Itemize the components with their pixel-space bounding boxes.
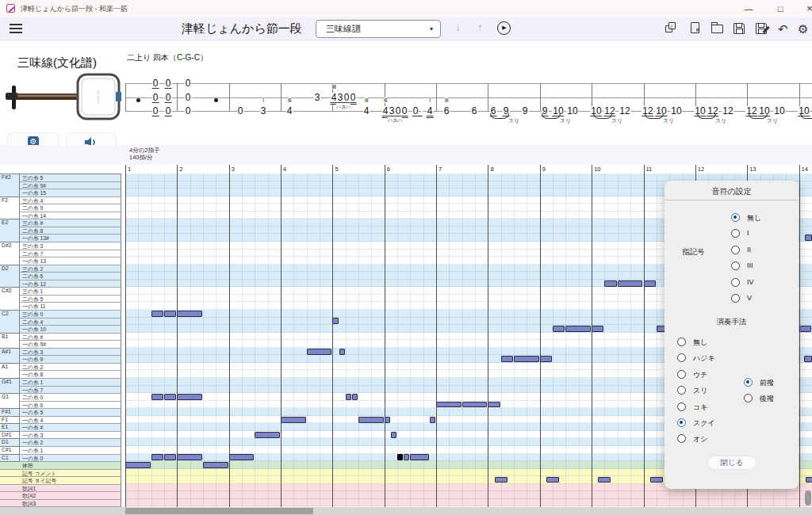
radio-icon[interactable]: [731, 246, 740, 254]
tab-note-number[interactable]: 12: [619, 106, 630, 116]
radio-option-スクイ[interactable]: スクイ: [665, 418, 799, 429]
tie-mark[interactable]: [650, 477, 663, 483]
note[interactable]: [177, 311, 202, 317]
horizontal-scrollbar[interactable]: [0, 507, 812, 515]
radio-selected-icon[interactable]: [677, 418, 686, 427]
note[interactable]: [164, 394, 176, 400]
radio-option-オシ[interactable]: オシ: [665, 433, 799, 444]
tie-mark[interactable]: [598, 477, 611, 483]
tab-note-number[interactable]: 6: [471, 106, 478, 116]
tab-note-number[interactable]: 0: [165, 78, 172, 89]
tab-note-number[interactable]: 10: [670, 106, 682, 116]
note-fragment[interactable]: [805, 235, 812, 241]
close-button[interactable]: ×: [797, 0, 812, 17]
radio-icon[interactable]: [677, 338, 686, 346]
note-fragment[interactable]: [804, 356, 812, 362]
settings-icon[interactable]: ⚙: [798, 22, 812, 36]
tab-note-number[interactable]: 0: [165, 93, 172, 103]
tab-note-number[interactable]: 10: [566, 106, 578, 116]
tab-note-number[interactable]: 12: [722, 106, 733, 116]
menu-icon[interactable]: [10, 21, 22, 32]
parts-copy-icon[interactable]: ♪: [665, 22, 680, 36]
radio-option-V[interactable]: V: [665, 293, 799, 304]
tab-note-number[interactable]: 0: [165, 106, 172, 116]
tab-note-number[interactable]: 0: [185, 106, 192, 116]
note[interactable]: [229, 454, 255, 460]
note[interactable]: [592, 326, 603, 332]
note[interactable]: [307, 349, 332, 355]
radio-option-後撥[interactable]: 後撥: [665, 393, 799, 404]
note[interactable]: [514, 356, 539, 362]
radio-option-IV[interactable]: IV: [665, 277, 799, 288]
radio-option-I[interactable]: I: [665, 228, 799, 239]
maximize-button[interactable]: □: [768, 0, 793, 17]
note[interactable]: [430, 417, 435, 423]
open-folder-icon[interactable]: [711, 22, 726, 36]
radio-icon[interactable]: [731, 294, 740, 303]
radio-option-無し[interactable]: 無し: [665, 337, 799, 348]
note[interactable]: [799, 326, 811, 332]
note[interactable]: [618, 280, 643, 287]
tab-note-number[interactable]: 10: [773, 106, 785, 116]
rest-block[interactable]: [203, 462, 228, 468]
note[interactable]: [488, 402, 500, 408]
tab-note-number[interactable]: 3: [260, 106, 267, 116]
note[interactable]: [391, 432, 396, 438]
note[interactable]: [358, 417, 384, 423]
note[interactable]: [436, 402, 462, 408]
note[interactable]: [410, 454, 429, 460]
note[interactable]: [644, 280, 656, 287]
radio-option-無し[interactable]: 無し: [665, 212, 799, 223]
new-score-icon[interactable]: R: [689, 22, 703, 36]
note[interactable]: [385, 417, 390, 423]
note[interactable]: [151, 394, 163, 400]
note[interactable]: [177, 394, 202, 400]
undo-icon[interactable]: ↶: [778, 22, 792, 36]
minimize-button[interactable]: —: [736, 0, 761, 17]
note[interactable]: [339, 349, 345, 355]
note[interactable]: [164, 454, 176, 460]
note[interactable]: [553, 326, 565, 332]
tab-note-number[interactable]: 6: [443, 106, 450, 116]
note[interactable]: [281, 417, 306, 423]
note[interactable]: [604, 280, 616, 287]
radio-icon[interactable]: [731, 229, 740, 238]
move-up-icon[interactable]: ↑: [477, 21, 483, 33]
tab-note-number[interactable]: 0·: [412, 106, 423, 116]
tab-note-number[interactable]: 9: [522, 106, 529, 116]
save-icon[interactable]: [733, 22, 748, 36]
radio-icon[interactable]: [677, 353, 686, 362]
move-down-icon[interactable]: ↓: [455, 21, 461, 33]
tab-note-number[interactable]: 0: [350, 93, 357, 105]
tab-note-number[interactable]: 4: [286, 106, 293, 116]
vertical-scrollbar-thumb[interactable]: [805, 490, 811, 505]
close-panel-button[interactable]: 閉じる: [708, 456, 756, 469]
tie-mark[interactable]: [546, 477, 559, 483]
note[interactable]: [565, 326, 591, 332]
radio-icon[interactable]: [677, 434, 686, 443]
radio-icon[interactable]: [744, 394, 753, 402]
tab-note-number[interactable]: 0: [237, 106, 244, 116]
tab-note-number[interactable]: 0: [152, 106, 159, 116]
tab-note-number[interactable]: 0: [152, 78, 159, 89]
note[interactable]: [151, 454, 163, 460]
tab-note-number[interactable]: 0: [401, 106, 408, 118]
note[interactable]: [462, 402, 488, 408]
note[interactable]: [177, 454, 202, 460]
radio-icon[interactable]: [731, 261, 740, 270]
note[interactable]: [151, 311, 163, 317]
tie-mark[interactable]: [806, 477, 812, 483]
tab-note-number[interactable]: 4: [427, 106, 434, 118]
horizontal-scrollbar-thumb[interactable]: [125, 508, 313, 514]
tie-mark[interactable]: [495, 477, 508, 483]
radio-option-III[interactable]: III: [665, 261, 799, 272]
tab-note-number[interactable]: 4: [363, 106, 370, 116]
save-as-icon[interactable]: [756, 22, 770, 36]
radio-option-II[interactable]: II: [665, 245, 799, 256]
radio-option-ハジキ[interactable]: ハジキ: [665, 353, 799, 364]
note[interactable]: [404, 454, 409, 460]
tab-note-number[interactable]: 0: [185, 93, 192, 102]
view-selector-dropdown[interactable]: 三味線譜 ▾: [316, 20, 441, 38]
note[interactable]: [397, 454, 403, 460]
note[interactable]: [346, 394, 351, 400]
